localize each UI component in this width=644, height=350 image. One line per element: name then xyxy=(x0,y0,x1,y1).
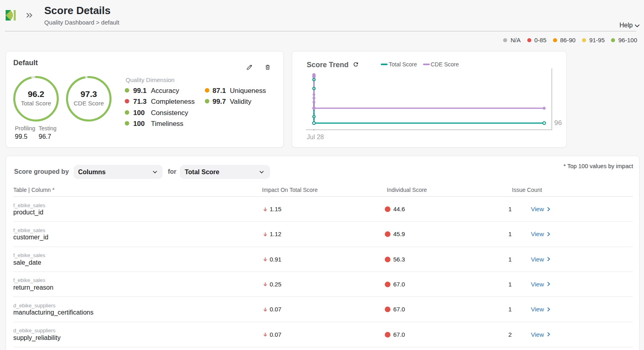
svg-text:96: 96 xyxy=(554,119,562,127)
svg-text:Jul 28: Jul 28 xyxy=(307,134,324,140)
